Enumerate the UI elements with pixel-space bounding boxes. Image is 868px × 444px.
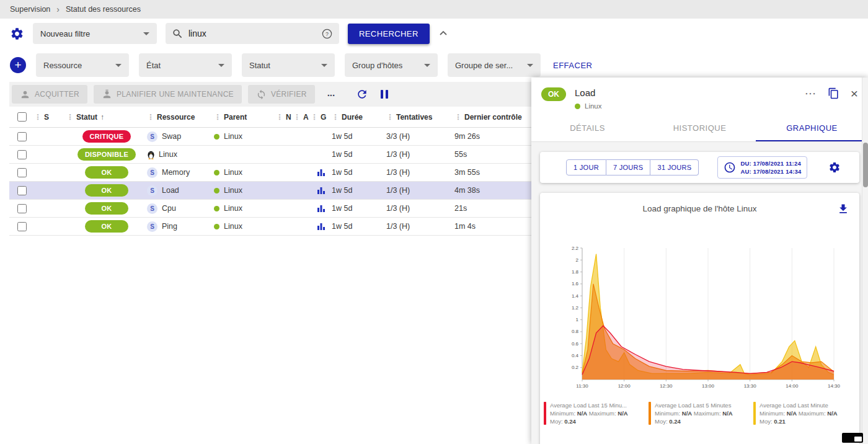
table-row-cpu[interactable]: OKSCpuLinux1w 5d1/3 (H)21s [9,200,531,218]
column-drag-handle[interactable]: ⋮ [311,113,318,122]
column-header-3[interactable]: Parent [224,113,247,122]
duration-value: 1w 5d [332,186,386,195]
tries-value: 1/3 (H) [386,186,454,195]
search-input[interactable] [188,29,316,38]
pip-overlay[interactable] [842,433,863,443]
column-drag-handle[interactable]: ⋮ [276,113,283,122]
status-badge: OK [85,166,128,179]
chevron-down-icon [218,64,224,67]
help-icon[interactable]: ? [321,28,333,40]
clear-filters-button[interactable]: EFFACER [553,61,592,70]
svg-text:2.2: 2.2 [571,246,578,251]
legend-item[interactable]: Average Load Last 15 Minu...Minimum: N/A… [544,402,646,425]
date-range-picker[interactable]: DU: 17/08/2021 11:24 AU: 17/08/2021 14:3… [717,156,807,179]
filter-settings-gear-icon[interactable] [10,27,24,41]
load-chart-svg[interactable]: 0.20.40.60.811.21.41.61.822.211:3012:001… [560,242,840,396]
column-drag-handle[interactable]: ⋮ [214,113,221,122]
graph-settings-gear-icon[interactable] [828,161,841,174]
filter-criteria: RessourceÉtatStatutGroup d'hôtesGroupe d… [36,53,541,77]
range-button-2[interactable]: 31 JOURS [650,159,699,175]
table-row-memory[interactable]: OKSMemoryLinux1w 5d1/3 (H)3m 55s [9,164,531,182]
tab-details[interactable]: DÉTAILS [531,116,644,141]
column-header-8[interactable]: Tentatives [396,113,432,122]
row-checkbox[interactable] [17,168,27,177]
last-check-value: 55s [454,150,531,159]
legend-item[interactable]: Average Load Last MinuteMinimum: N/A Max… [753,402,856,425]
add-criteria-button[interactable]: + [10,57,26,73]
check-button[interactable]: VÉRIFIER [248,85,315,104]
criteria-select-4[interactable]: Groupe de ser... [448,53,541,77]
column-header-6[interactable]: G [321,113,326,122]
refresh-icon[interactable] [356,88,368,100]
column-drag-handle[interactable]: ⋮ [332,113,339,122]
table-row-load[interactable]: OKSLoadLinux1w 5d1/3 (H)4m 38s [9,182,531,200]
tries-value: 3/3 (H) [386,132,454,141]
graph-icon[interactable] [317,204,326,213]
table-header: ⋮S⋮Statut↑⋮Ressource⋮Parent⋮N⋮A⋮G⋮Durée⋮… [9,107,531,128]
column-header-4[interactable]: N [286,113,291,122]
column-drag-handle[interactable]: ⋮ [454,113,462,122]
legend-average: Moy: 0.24 [550,418,628,425]
table-row-ping[interactable]: OKSPingLinux1w 5d1/3 (H)1m 4s [9,218,531,236]
copy-link-icon[interactable] [828,87,839,99]
legend-color-bar [753,402,756,425]
criteria-select-0[interactable]: Ressource [36,53,129,77]
legend-minmax: Minimum: N/A Maximum: N/A [760,410,838,417]
column-drag-handle[interactable]: ⋮ [66,113,74,122]
close-icon[interactable]: × [851,89,858,99]
graph-icon[interactable] [317,186,326,195]
more-actions-button[interactable]: ... [321,87,342,102]
criteria-select-3[interactable]: Group d'hôtes [345,53,438,77]
table-row-linux[interactable]: DISPONIBLELinux1w 5d1/3 (H)55s [9,146,531,164]
row-checkbox[interactable] [17,150,27,159]
scrollbar-thumb[interactable] [863,143,868,187]
legend-minmax: Minimum: N/A Maximum: N/A [550,410,628,417]
column-drag-handle[interactable]: ⋮ [34,113,42,122]
search-button[interactable]: RECHERCHER [348,24,430,44]
row-checkbox[interactable] [17,222,27,231]
legend-item[interactable]: Average Load Last 5 MinutesMinimum: N/A … [649,402,751,425]
pause-icon[interactable] [379,90,389,99]
svg-text:13:00: 13:00 [701,383,714,389]
column-header-2[interactable]: Ressource [157,113,195,122]
collapse-chevron-up-icon[interactable] [438,29,448,38]
last-check-value: 1m 4s [454,222,531,231]
select-all-checkbox[interactable] [17,112,27,122]
column-header-0[interactable]: S [44,113,49,122]
resources-pane: ACQUITTER PLANIFIER UNE MAINTENANCE VÉRI… [9,82,531,236]
column-drag-handle[interactable]: ⋮ [386,113,394,122]
column-drag-handle[interactable]: ⋮ [147,113,154,122]
column-header-7[interactable]: Durée [342,113,363,122]
column-header-9[interactable]: Dernier contrôle [464,113,522,122]
graph-icon[interactable] [317,168,326,177]
duration-value: 1w 5d [332,150,386,159]
table-row-swap[interactable]: CRITIQUESSwapLinux1w 5d3/3 (H)9m 26s [9,128,531,146]
row-checkbox[interactable] [17,204,27,213]
criteria-select-2[interactable]: Statut [242,53,335,77]
filter-preset-select[interactable]: Nouveau filtre [33,23,157,44]
tab-graphique[interactable]: GRAPHIQUE [756,116,868,141]
column-header-1[interactable]: Statut [76,113,97,122]
row-checkbox[interactable] [17,132,27,141]
range-button-1[interactable]: 7 JOURS [606,159,651,175]
parent-status-dot [214,206,219,211]
last-check-value: 9m 26s [454,132,531,141]
breadcrumb-item-supervision[interactable]: Supervision [10,5,50,14]
chart-card: Load graphique de l'hôte Linux 0.20.40.6… [540,193,859,444]
legend-average: Moy: 0.21 [760,418,838,425]
svg-text:0.8: 0.8 [571,329,578,334]
acknowledge-button[interactable]: ACQUITTER [12,85,87,104]
column-drag-handle[interactable]: ⋮ [293,113,301,122]
more-options-icon[interactable]: ⋯ [805,91,817,97]
criteria-select-1[interactable]: État [139,53,232,77]
row-checkbox[interactable] [17,186,27,195]
status-badge: OK [85,220,128,233]
maintenance-button[interactable]: PLANIFIER UNE MAINTENANCE [94,85,242,104]
download-icon[interactable] [837,203,849,215]
chevron-down-icon [115,64,122,67]
graph-icon[interactable] [317,222,326,231]
range-button-0[interactable]: 1 JOUR [566,159,606,175]
tab-historique[interactable]: HISTORIQUE [644,116,756,141]
duration-value: 1w 5d [332,168,386,177]
column-header-5[interactable]: A [303,113,309,122]
